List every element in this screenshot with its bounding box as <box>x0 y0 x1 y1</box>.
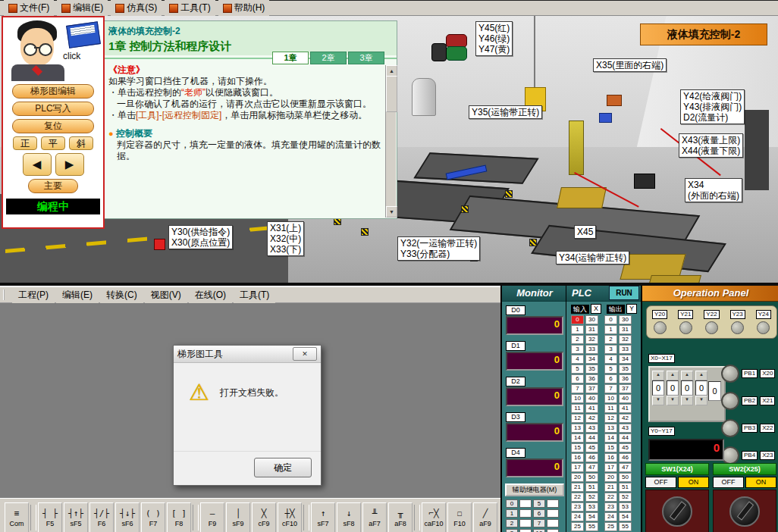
plc-io-cell[interactable]: 6 <box>604 374 617 383</box>
plc-io-cell[interactable]: 11 <box>571 404 584 413</box>
ok-button[interactable]: 确定 <box>254 458 312 477</box>
plc-io-cell[interactable]: 21 <box>571 483 584 492</box>
plc-write-button[interactable]: PLC写入 <box>12 102 94 116</box>
ladder-tool-cF9[interactable]: ╳cF9 <box>252 502 276 532</box>
plc-io-cell[interactable]: 53 <box>619 502 632 512</box>
plc-io-cell[interactable]: 54 <box>585 512 598 521</box>
plc-io-cell[interactable]: 3 <box>571 345 584 354</box>
plc-io-cell[interactable]: 16 <box>571 453 584 462</box>
ladder-tool-sF8[interactable]: ↓sF8 <box>337 502 361 532</box>
plc-io-cell[interactable]: 20 <box>604 473 617 482</box>
plc-io-cell[interactable]: 23 <box>571 502 584 512</box>
m-relay-state[interactable] <box>547 529 559 532</box>
plc-io-cell[interactable]: 46 <box>619 453 632 462</box>
plc-io-cell[interactable]: 32 <box>585 335 598 344</box>
view-front-button[interactable]: 正 <box>13 136 37 150</box>
plc-io-cell[interactable]: 46 <box>585 453 598 462</box>
menubar-item[interactable]: 仿真(S) <box>111 0 162 16</box>
wheel-up-icon[interactable]: ▲ <box>681 371 693 380</box>
ladder-tool-cF10[interactable]: ┼╳cF10 <box>278 502 302 532</box>
lesson-tab-2[interactable]: 2章 <box>310 52 347 64</box>
menubar-item[interactable]: 文件(F) <box>4 0 54 16</box>
wheel-down-icon[interactable]: ▼ <box>681 396 693 405</box>
plc-io-cell[interactable]: 13 <box>571 424 584 433</box>
plc-io-cell[interactable]: 53 <box>585 502 598 512</box>
plc-io-cell[interactable]: 13 <box>604 424 617 433</box>
plc-io-cell[interactable]: 47 <box>619 463 632 472</box>
ladder-tool-F7[interactable]: ( )F7 <box>141 502 165 532</box>
plc-io-cell[interactable]: 44 <box>619 433 632 443</box>
close-icon[interactable]: ✕ <box>293 347 317 361</box>
rotary-knob-icon[interactable] <box>662 496 692 527</box>
plc-io-cell[interactable]: 10 <box>571 394 584 403</box>
ladder-tool-sF6[interactable]: ┤↓├sF6 <box>115 502 140 532</box>
ladder-menu-item[interactable]: 编辑(E) <box>56 287 99 303</box>
plc-io-cell[interactable]: 23 <box>604 502 617 512</box>
plc-io-cell[interactable]: 34 <box>585 355 598 364</box>
ladder-tool-F10[interactable]: ☐F10 <box>447 502 472 532</box>
plc-io-cell[interactable]: 17 <box>571 463 584 472</box>
m-relay-state[interactable] <box>519 519 532 527</box>
ladder-edit-button[interactable]: 梯形图编辑 <box>12 84 94 99</box>
plc-io-cell[interactable]: 24 <box>571 512 584 521</box>
plc-io-cell[interactable]: 15 <box>571 443 584 452</box>
lesson-tab-3[interactable]: 3章 <box>348 52 384 64</box>
ladder-tool-sF5[interactable]: ┤↑├sF5 <box>64 502 88 532</box>
ladder-menu-item[interactable]: 转换(C) <box>100 287 143 303</box>
plc-io-cell[interactable]: 16 <box>604 453 617 462</box>
ladder-tool-Com[interactable]: ≡Com <box>5 502 29 532</box>
plc-io-cell[interactable]: 12 <box>604 414 617 423</box>
ladder-menu-item[interactable]: 工具(T) <box>234 287 275 303</box>
plc-io-cell[interactable]: 43 <box>585 424 598 433</box>
dialog-titlebar[interactable]: 梯形图工具 ✕ <box>174 346 321 363</box>
ladder-menu-item[interactable]: 视图(V) <box>145 287 187 303</box>
wheel-up-icon[interactable]: ▲ <box>695 371 707 380</box>
plc-io-cell[interactable]: 43 <box>619 424 632 433</box>
aux-relay-button[interactable]: 辅助继电器(M) <box>505 483 564 496</box>
ladder-tool-aF9[interactable]: ╱aF9 <box>473 502 497 532</box>
plc-io-cell[interactable]: 14 <box>604 433 617 443</box>
plc-io-cell[interactable]: 55 <box>619 522 632 531</box>
plc-io-cell[interactable]: 50 <box>585 473 598 482</box>
plc-io-cell[interactable]: 41 <box>619 404 632 413</box>
plc-io-cell[interactable]: 30 <box>585 315 598 324</box>
run-indicator[interactable]: RUN <box>609 286 639 300</box>
plc-io-cell[interactable]: 3 <box>604 345 617 354</box>
plc-io-cell[interactable]: 1 <box>604 325 617 334</box>
plc-io-cell[interactable]: 0 <box>571 315 584 324</box>
plc-io-cell[interactable]: 7 <box>571 384 584 393</box>
plc-io-cell[interactable]: 2 <box>571 335 584 344</box>
plc-io-cell[interactable]: 20 <box>571 473 584 482</box>
m-relay-state[interactable] <box>519 529 532 532</box>
next-arrow-button[interactable]: ▶ <box>55 153 84 176</box>
plc-io-cell[interactable]: 2 <box>604 335 617 344</box>
plc-io-cell[interactable]: 45 <box>585 443 598 452</box>
menubar-item[interactable]: 工具(T) <box>165 0 215 16</box>
plc-io-cell[interactable]: 5 <box>571 365 584 374</box>
scroll-thumb[interactable] <box>386 76 397 112</box>
plc-io-cell[interactable]: 54 <box>619 512 632 521</box>
wheel-down-icon[interactable]: ▼ <box>667 396 679 405</box>
plc-io-cell[interactable]: 21 <box>604 483 617 492</box>
ladder-tool-F6[interactable]: ┤/├F6 <box>89 502 114 532</box>
menubar-item[interactable]: 帮助(H) <box>218 0 270 16</box>
view-top-button[interactable]: 平 <box>41 136 65 150</box>
plc-io-cell[interactable]: 1 <box>571 325 584 334</box>
plc-io-cell[interactable]: 40 <box>619 394 632 403</box>
plc-io-cell[interactable]: 4 <box>604 355 617 364</box>
plc-io-cell[interactable]: 36 <box>585 374 598 383</box>
m-relay-state[interactable] <box>519 509 532 518</box>
plc-io-cell[interactable]: 51 <box>619 483 632 492</box>
push-button-PB3[interactable] <box>721 419 739 437</box>
plc-io-cell[interactable]: 42 <box>585 414 598 423</box>
plc-io-cell[interactable]: 0 <box>604 315 617 324</box>
plc-io-cell[interactable]: 25 <box>604 522 617 531</box>
plc-io-cell[interactable]: 5 <box>604 365 617 374</box>
plc-io-cell[interactable]: 10 <box>604 394 617 403</box>
lesson-tab-1[interactable]: 1章 <box>272 52 309 64</box>
wheel-down-icon[interactable]: ▼ <box>652 396 664 405</box>
rotary-knob-icon[interactable] <box>729 496 760 527</box>
plc-io-cell[interactable]: 36 <box>619 374 632 383</box>
plc-io-cell[interactable]: 4 <box>571 355 584 364</box>
ladder-menu-item[interactable]: 在线(O) <box>189 287 232 303</box>
